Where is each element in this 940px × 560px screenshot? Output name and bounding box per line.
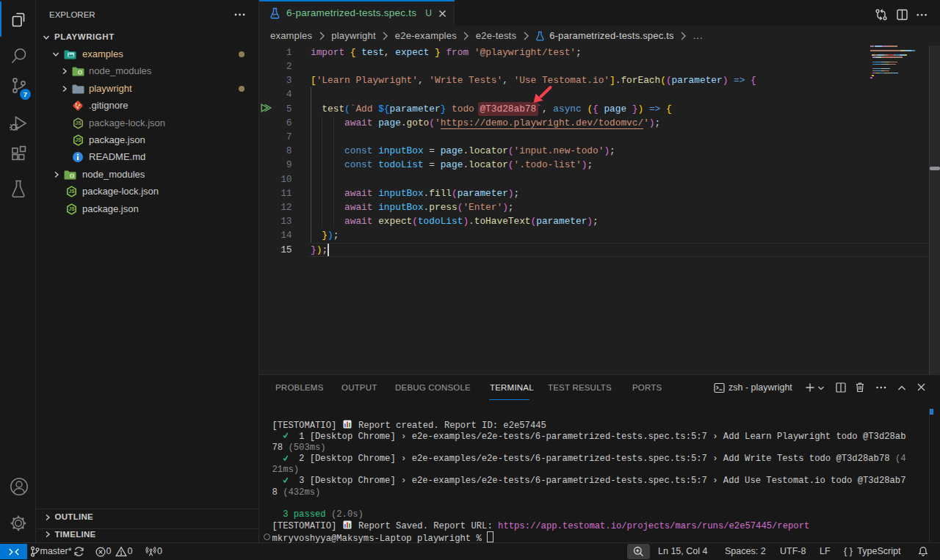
svg-text:JS: JS	[76, 137, 82, 142]
svg-text:JS: JS	[76, 120, 82, 126]
svg-text:JS: JS	[69, 206, 76, 211]
svg-text:JS: JS	[69, 189, 76, 194]
